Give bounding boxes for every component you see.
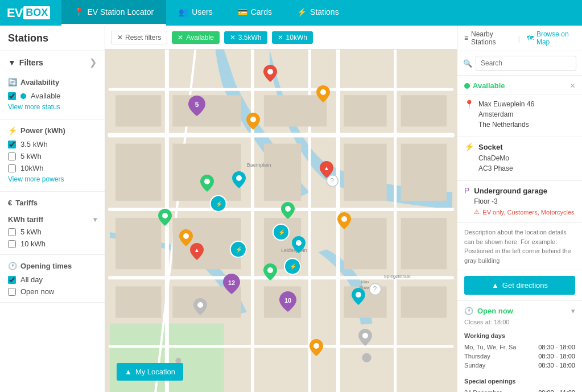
svg-point-69: [356, 292, 361, 298]
filter-all-day: All day: [8, 274, 97, 286]
map-pin-yellow-1[interactable]: [246, 113, 260, 131]
svg-point-60: [296, 240, 302, 246]
svg-text:10: 10: [284, 297, 291, 304]
view-more-status[interactable]: View more status: [8, 102, 97, 114]
nav-users[interactable]: 👥 Users: [166, 0, 225, 26]
logo-text: EV: [7, 6, 22, 20]
map-pin-yellow-br[interactable]: [309, 339, 323, 358]
svg-rect-13: [115, 95, 161, 126]
svg-text:⚡: ⚡: [290, 263, 297, 270]
filter-header: ▼ Filters ❯: [0, 51, 105, 71]
nav-users-label: Users: [192, 7, 213, 16]
10kwh-checkbox[interactable]: [8, 164, 16, 172]
browse-icon: 🗺: [527, 34, 534, 42]
svg-point-55: [320, 89, 326, 95]
map-pin-yellow-bottom2[interactable]: [179, 229, 193, 248]
detail-close-button[interactable]: ×: [570, 81, 575, 90]
my-location-icon: ▲: [125, 368, 132, 376]
map-pin-green-4[interactable]: [263, 263, 277, 282]
map-pin-teal-2[interactable]: [292, 236, 306, 255]
map-background[interactable]: Baemplein Leidseplein Max Euweplein Spie…: [105, 49, 457, 392]
nav-cards[interactable]: 💳 Cards: [225, 0, 284, 26]
time-0: 08:30 - 18:00: [538, 344, 575, 350]
map-pin-gray-2[interactable]: [358, 329, 372, 348]
filter-open-now: Open now: [8, 286, 97, 298]
address-line3: The Netherlands: [478, 119, 534, 130]
svg-text:Spiegelstraat: Spiegelstraat: [384, 274, 411, 279]
map-pin-teal-1[interactable]: [232, 171, 246, 190]
my-location-label: My Location: [135, 368, 175, 376]
map-pin-green-1[interactable]: [200, 175, 214, 193]
socket-text: Socket ChaDeMo AC3 Phase: [478, 142, 513, 174]
map-toolbar: ✕ Reset filters ✕ Available ✕ 3.5kWh ✕ 1…: [105, 26, 457, 49]
svg-point-53: [267, 69, 273, 75]
svg-rect-32: [401, 286, 447, 317]
station-description: Description about the location details c…: [457, 223, 582, 270]
svg-point-57: [285, 206, 291, 212]
tariffs-icon: €: [8, 199, 12, 207]
hours-row-0: Mo, Tu, We, Fr, Sa 08:30 - 18:00: [464, 343, 575, 352]
available-label: Available: [31, 92, 61, 100]
10kwh-filter-tag[interactable]: ✕ 10kWh: [272, 31, 313, 44]
3.5kwh-label: 3.5 kWh: [20, 140, 48, 148]
my-location-button[interactable]: ▲ My Location: [117, 363, 183, 381]
map-pin-gray-1[interactable]: [193, 298, 207, 317]
svg-text:5: 5: [195, 101, 199, 109]
3.5kwh-checkbox[interactable]: [8, 141, 16, 148]
address-line2: Amsterdam: [478, 109, 534, 119]
all-day-checkbox[interactable]: [8, 276, 16, 284]
view-more-powers[interactable]: View more powers: [8, 174, 97, 187]
nav-ev-station-locator[interactable]: 📍 EV Station Locator: [61, 0, 166, 26]
filter-availability-title: 🔄 Availability: [8, 73, 97, 90]
map-pin-teal-br[interactable]: [352, 288, 365, 307]
reset-filters-button[interactable]: ✕ Reset filters: [111, 31, 167, 44]
closes-at: Closes at: 18:00: [457, 319, 582, 329]
filter-10kwh: 10kWh: [8, 162, 97, 174]
search-bar: 🔍: [457, 51, 582, 76]
location-pin-icon: 📍: [464, 100, 474, 109]
nearby-stations-button[interactable]: ≡ Nearby Stations: [464, 30, 511, 46]
detail-socket-row: ⚡ Socket ChaDeMo AC3 Phase: [464, 142, 575, 174]
search-input[interactable]: [476, 56, 576, 71]
logo-box: BOX: [23, 6, 50, 19]
open-now-checkbox[interactable]: [8, 288, 16, 296]
open-now-header[interactable]: 🕐 Open now ▾: [457, 301, 582, 319]
available-filter-tag[interactable]: ✕ Available: [172, 31, 219, 44]
5kwh-checkbox[interactable]: [8, 152, 16, 160]
clock-icon: 🕐: [464, 307, 473, 315]
map-pin-10[interactable]: 10: [279, 291, 296, 313]
kwh-tariff-arrow[interactable]: ▾: [93, 216, 97, 224]
map-pin-green-3[interactable]: [158, 209, 172, 228]
map-pin-yellow-2[interactable]: [316, 85, 330, 104]
parking-warning-row: ⚠ EV only, Customers, Motorcycles: [474, 208, 574, 216]
map-pin-red-top[interactable]: [263, 65, 277, 84]
tariff-5kwh-checkbox[interactable]: [8, 228, 16, 236]
nearby-label: Nearby Stations: [471, 30, 511, 46]
nav-stations[interactable]: ⚡ Stations: [284, 0, 352, 26]
filter-5kwh: 5 kWh: [8, 150, 97, 162]
get-directions-button[interactable]: ▲ Get directions: [464, 276, 575, 295]
map-pin-5[interactable]: 5: [188, 96, 205, 118]
available-checkbox[interactable]: [8, 92, 16, 100]
map-pin-red-triangle-1[interactable]: ▲: [320, 161, 333, 180]
open-now-section: 🕐 Open now ▾ Closes at: 18:00 Working da…: [457, 300, 582, 392]
nav-locator-label: EV Station Locator: [87, 7, 154, 16]
svg-text:▲: ▲: [324, 165, 329, 171]
filter-title-row: ▼ Filters: [8, 58, 43, 67]
search-icon: 🔍: [463, 59, 472, 68]
address-line1: Max Euweplein 46: [478, 99, 534, 109]
filter-collapse-button[interactable]: ❯: [89, 57, 97, 68]
parking-icon: P: [464, 186, 469, 195]
browse-on-map-button[interactable]: 🗺 Browse on Map: [527, 30, 575, 46]
3.5kwh-filter-tag[interactable]: ✕ 3.5kWh: [224, 31, 267, 44]
map-pin-green-2[interactable]: [281, 202, 295, 221]
tariff-5kwh-label: 5 kWh: [20, 228, 42, 236]
filter-availability-section: 🔄 Availability Available View more statu…: [0, 71, 105, 119]
svg-point-42: [362, 353, 371, 362]
power-label: Power (kWh): [20, 126, 65, 135]
map-pin-yellow-bottom[interactable]: [337, 212, 351, 231]
main-layout: Stations ▼ Filters ❯ 🔄 Availability Avai…: [0, 26, 582, 392]
svg-rect-22: [401, 144, 447, 201]
tariff-10kwh-checkbox[interactable]: [8, 240, 16, 248]
map-pin-12[interactable]: 12: [223, 274, 240, 296]
